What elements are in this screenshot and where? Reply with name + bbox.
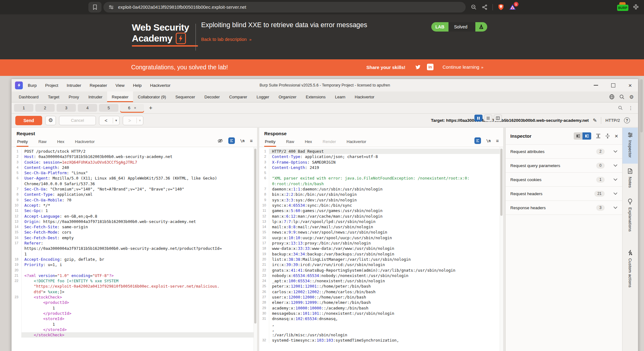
response-tab-raw[interactable]: Raw [285,139,295,147]
syntax-highlight-icon[interactable] [228,137,235,144]
response-scrollbar[interactable] [500,147,503,351]
send-settings-button[interactable]: ⚙ [45,116,56,125]
send-button[interactable]: Send [15,116,42,125]
tab-proxy[interactable]: Proxy [64,91,84,102]
show-newlines-icon[interactable]: \n [486,139,491,143]
inspector-section-request-query-parameters[interactable]: Request query parameters0 [506,159,622,173]
side-tab-inspector[interactable]: Inspector [622,128,638,164]
chevron-down-icon[interactable] [613,164,617,167]
kebab-menu-icon[interactable]: ⋮ [628,105,633,111]
side-tab-explanations[interactable]: Explanations [622,194,638,238]
response-tab-pretty[interactable]: Pretty [264,139,276,147]
menu-item-intruder[interactable]: Intruder [67,83,82,88]
maximize-button[interactable] [611,83,615,87]
tab-extensions[interactable]: Extensions [301,91,330,102]
inspector-section-request-headers[interactable]: Request headers21 [506,187,622,201]
request-scroll-thumb[interactable] [254,149,256,324]
brave-rewards-icon[interactable]: 1 [509,4,516,10]
tab-decoder[interactable]: Decoder [200,91,225,102]
tab-comparer[interactable]: Comparer [225,91,252,102]
burp-extension-icon[interactable]: BURP [617,3,628,12]
repeater-tab-4[interactable]: 4 [78,104,97,112]
request-tab-hex[interactable]: Hex [57,139,65,147]
tab-intruder[interactable]: Intruder [84,91,107,102]
site-settings-icon[interactable] [108,5,114,10]
tab-hackvertor[interactable]: Hackvertor [350,91,379,102]
web-security-academy-logo[interactable]: Web Security Academy [132,22,198,47]
request-tab-pretty[interactable]: Pretty [17,139,28,147]
linkedin-icon[interactable]: in [427,64,433,70]
menu-item-view[interactable]: View [116,83,125,88]
single-column-toggle-icon[interactable] [574,132,582,140]
twitter-icon[interactable] [414,64,421,70]
cancel-button[interactable]: Cancel [59,116,96,125]
editor-menu-icon[interactable]: ≡ [496,138,499,143]
brave-shield-icon[interactable] [498,4,504,11]
repeater-tab-5[interactable]: 5 [99,104,118,112]
pause-updates-button[interactable] [474,115,483,121]
response-tab-hex[interactable]: Hex [304,139,313,147]
back-dropdown-arrow[interactable]: ▼ [113,119,119,122]
two-column-toggle-icon[interactable] [582,132,591,140]
chevron-down-icon[interactable] [613,178,617,181]
tab-organizer[interactable]: Organizer [274,91,301,102]
chevron-down-icon[interactable] [613,206,617,209]
inspector-section-request-attributes[interactable]: Request attributes2 [506,145,622,159]
response-scroll-thumb[interactable] [500,149,503,216]
editor-menu-icon[interactable]: ≡ [250,138,253,143]
tab-search-icon[interactable] [618,106,623,110]
layout-rows-button[interactable] [484,115,492,121]
zoom-icon[interactable] [471,4,477,10]
collapse-all-icon[interactable] [605,134,610,138]
minimize-button[interactable] [594,85,598,86]
request-editor[interactable]: 1POST /product/stock HTTP/22Host: 0aa300… [12,147,257,351]
tab-dashboard[interactable]: Dashboard [14,91,43,102]
chevron-down-icon[interactable] [613,150,617,153]
expand-all-icon[interactable] [596,134,601,138]
bookmark-button[interactable] [88,2,102,12]
layout-columns-button[interactable] [494,115,502,121]
share-icon[interactable] [482,4,488,10]
url-text[interactable]: exploit-0a42002a0413f929810fb005016b00ec… [118,5,246,10]
response-editor[interactable]: 1HTTP/2 400 Bad Request2Content-Type: ap… [259,147,503,351]
address-bar[interactable]: exploit-0a42002a0413f929810fb005016b00ec… [103,2,466,12]
menu-item-burp[interactable]: Burp [28,83,37,88]
repeater-tab-1[interactable]: 1 [14,104,33,112]
menu-item-hackvertor[interactable]: Hackvertor [150,83,170,88]
inspector-section-response-headers[interactable]: Response headers3 [506,201,622,215]
request-scrollbar[interactable] [254,147,257,351]
side-tab-notes[interactable]: Notes [622,164,638,194]
inspector-section-request-cookies[interactable]: Request cookies1 [506,173,622,187]
panel-splitter[interactable] [257,128,259,351]
back-to-lab-link[interactable]: Back to lab description» [201,37,251,42]
page-scrollbar-thumb[interactable] [640,79,643,132]
menu-item-help[interactable]: Help [133,83,142,88]
response-tab-render[interactable]: Render [322,139,337,147]
history-back-button[interactable]: <▼ [99,116,120,125]
syntax-highlight-icon[interactable] [474,137,481,144]
protocol-label[interactable]: HTTP/2 [605,118,620,123]
request-tab-raw[interactable]: Raw [38,139,47,147]
repeater-tab-3[interactable]: 3 [57,104,76,112]
close-tab-icon[interactable]: × [134,106,136,110]
panel-splitter[interactable] [503,128,505,351]
search-icon[interactable] [619,94,625,100]
tab-collaborator-9[interactable]: Collaborator (9) [133,91,171,102]
tab-sequencer[interactable]: Sequencer [171,91,200,102]
close-button[interactable]: × [628,83,632,87]
settings-gear-icon[interactable]: ⚙ [629,94,634,100]
help-icon[interactable]: ? [624,117,630,123]
repeater-tab-2[interactable]: 2 [35,104,55,112]
browser-globe-icon[interactable] [609,94,615,100]
tab-repeater[interactable]: Repeater [107,91,133,102]
response-tab-hackvertor[interactable]: Hackvertor [346,139,367,147]
tab-learn[interactable]: Learn [330,91,350,102]
chevron-down-icon[interactable] [613,192,617,195]
show-newlines-icon[interactable]: \n [240,139,245,143]
hide-nonprintable-icon[interactable] [217,138,223,143]
repeater-tab-6[interactable]: 6× [120,104,144,112]
continue-learning-link[interactable]: Continue learning» [443,64,483,70]
add-tab-button[interactable]: + [149,105,152,111]
request-tab-hackvertor[interactable]: Hackvertor [74,139,95,147]
inspector-view-toggle[interactable] [574,132,591,140]
